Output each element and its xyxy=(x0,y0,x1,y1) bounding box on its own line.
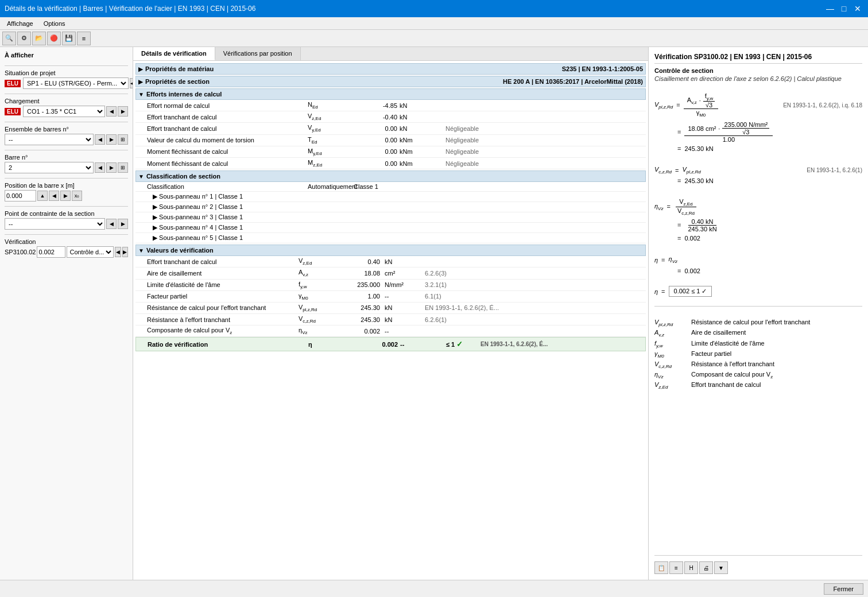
ensemble-extra[interactable]: ⊞ xyxy=(118,134,128,145)
tab-bar: Détails de vérification Vérifications pa… xyxy=(133,47,648,61)
efforts-header[interactable]: ▼ Efforts internes de calcul xyxy=(135,88,646,100)
efforts-body: Effort normal de calcul NEd -4.85 kN Eff… xyxy=(135,100,646,169)
ensemble-section: Ensemble de barres n° -- ◀ ▶ ⊞ xyxy=(5,122,128,145)
valeurs-title: Valeurs de vérification xyxy=(146,247,214,254)
row-name: Classification xyxy=(147,183,308,190)
row-sym: Vz,Ed xyxy=(296,256,342,268)
valeurs-header[interactable]: ▼ Valeurs de vérification xyxy=(135,245,646,256)
rp-btn-dropdown[interactable]: ▼ xyxy=(714,561,728,574)
chargement-badge: ELU xyxy=(5,108,21,115)
f4-result-val: 0.002 xyxy=(684,268,700,274)
minimize-button[interactable]: — xyxy=(824,3,836,14)
tool-btn-1[interactable]: 🔍 xyxy=(2,32,16,45)
table-row: Facteur partiel γM0 1.00 -- 6.1(1) xyxy=(135,290,646,302)
f4-result: = 0.002 xyxy=(654,268,862,274)
point-prev[interactable]: ◀ xyxy=(106,219,117,229)
rp-btn-4[interactable]: 🖨 xyxy=(699,561,713,574)
legend-desc: Composant de calcul pour Vz xyxy=(691,371,862,379)
situation-dropdown[interactable]: SP1 - ELU (STR/GEO) - Perm... xyxy=(23,77,129,89)
sp-prev[interactable]: ◀ xyxy=(115,247,121,257)
right-subtitle: Cisaillement en direction de l'axe z sel… xyxy=(654,75,862,82)
efforts-expand: ▼ xyxy=(138,91,144,98)
chargement-dropdown[interactable]: CO1 - 1.35 * CC1 xyxy=(23,106,105,117)
f4-row: η = ηVz xyxy=(654,255,862,264)
f3-vals-frac: 0.40 kN 245.30 kN xyxy=(684,218,720,232)
f2-result-val: 245.30 kN xyxy=(684,177,713,184)
table-row: Effort normal de calcul NEd -4.85 kN xyxy=(135,100,646,111)
rp-btn-1[interactable]: 📋 xyxy=(654,561,668,574)
point-dropdown[interactable]: -- xyxy=(5,218,105,230)
tool-btn-3[interactable]: 📂 xyxy=(32,32,46,45)
row-sym: fy,w xyxy=(296,279,342,290)
classification-body: Classification Automatiquement Classe 1 … xyxy=(135,182,646,243)
chargement-prev[interactable]: ◀ xyxy=(106,106,117,117)
eta-sym: η xyxy=(654,288,658,295)
valeurs-expand: ▼ xyxy=(138,247,144,254)
ensemble-dropdown[interactable]: -- xyxy=(5,134,94,145)
barre-next[interactable]: ▶ xyxy=(106,162,117,173)
right-panel: Vérification SP3100.02 | EN 1993 | CEN |… xyxy=(649,47,868,580)
barre-dropdown[interactable]: 2 xyxy=(5,162,94,173)
f1-left: Vpl,z,Rd xyxy=(654,101,673,110)
f2-left: Vc,z,Rd xyxy=(654,166,672,175)
left-panel: À afficher Situation de projet ELU SP1 -… xyxy=(0,47,133,580)
efforts-title: Efforts internes de calcul xyxy=(146,91,222,98)
row-sym: TEd xyxy=(308,136,354,145)
table-row: Effort tranchant de calcul Vz,Ed -0.40 k… xyxy=(135,111,646,123)
legend-row: Vc,z,Rd Résistance à l'effort tranchant xyxy=(654,360,862,369)
tab-verifications[interactable]: Vérifications par position xyxy=(215,47,301,60)
f2-eq: = xyxy=(675,167,679,174)
ratio-sym: η xyxy=(308,341,354,348)
f3-eq: = xyxy=(666,203,670,210)
chargement-next[interactable]: ▶ xyxy=(118,106,128,117)
maximize-button[interactable]: □ xyxy=(838,3,850,14)
position-up[interactable]: ▲ xyxy=(37,191,48,201)
tab-details[interactable]: Détails de vérification xyxy=(133,47,215,60)
classification-header[interactable]: ▼ Classification de section xyxy=(135,170,646,182)
efforts-section: ▼ Efforts internes de calcul Effort norm… xyxy=(135,88,646,169)
table-row: Résistance à l'effort tranchant Vc,z,Rd … xyxy=(135,314,646,325)
sp-next[interactable]: ▶ xyxy=(122,247,128,257)
sp-sub-val[interactable] xyxy=(37,246,65,258)
f1-fraction: Av,z · fy,w √3 γM0 xyxy=(684,92,719,118)
position-section: Position de la barre x [m] ▲ ◀ ▶ x₀ xyxy=(5,178,128,201)
eta-box: 0.002 ≤ 1 ✓ xyxy=(669,286,712,297)
legend-row: Av,z Aire de cisaillement xyxy=(654,329,862,338)
sp-select[interactable]: Contrôle d... xyxy=(67,246,114,258)
rp-btn-2[interactable]: ≡ xyxy=(669,561,683,574)
f1-numerator: Av,z · fy,w √3 xyxy=(684,92,719,109)
legend-sym: ηVz xyxy=(654,371,689,379)
f4-eq2: = xyxy=(677,268,681,274)
ensemble-next[interactable]: ▶ xyxy=(106,134,117,145)
row-unit: kN xyxy=(382,302,423,313)
row-ref: 6.2.6(3) xyxy=(423,268,646,279)
point-next[interactable]: ▶ xyxy=(118,219,128,229)
row-unit: cm² xyxy=(382,268,423,279)
position-next[interactable]: ▶ xyxy=(60,191,71,201)
section-header[interactable]: ▶ Propriétés de section HE 200 A | EN 10… xyxy=(135,76,646,87)
position-input[interactable] xyxy=(5,190,36,201)
barre-prev[interactable]: ◀ xyxy=(95,162,105,173)
tool-btn-2[interactable]: ⚙ xyxy=(17,32,31,45)
menu-affichage[interactable]: Affichage xyxy=(2,19,38,28)
rp-btn-3[interactable]: H xyxy=(684,561,698,574)
barre-extra[interactable]: ⊞ xyxy=(118,162,128,173)
position-extra[interactable]: x₀ xyxy=(72,191,82,201)
fermer-button[interactable]: Fermer xyxy=(824,583,863,595)
tool-btn-4[interactable]: 🔴 xyxy=(47,32,61,45)
menu-options[interactable]: Options xyxy=(39,19,70,28)
row-name: Moment fléchissant de calcul xyxy=(147,148,308,155)
eta-eq: = xyxy=(661,288,665,295)
table-row: ▶ Sous-panneau n° 5 | Classe 1 xyxy=(135,233,646,243)
f3-result: = 0.002 xyxy=(654,235,862,242)
main-layout: À afficher Situation de projet ELU SP1 -… xyxy=(0,47,868,580)
position-prev[interactable]: ◀ xyxy=(49,191,59,201)
legend-sym: Vpl,z,Rd xyxy=(654,319,689,327)
materiaux-header[interactable]: ▶ Propriétés de matériau S235 | EN 1993-… xyxy=(135,63,646,75)
close-button[interactable]: ✕ xyxy=(852,3,863,14)
legend-row: fy,w Limite d'élasticité de l'âme xyxy=(654,340,862,348)
legend-row: ηVz Composant de calcul pour Vz xyxy=(654,371,862,379)
tool-btn-6[interactable]: ≡ xyxy=(77,32,91,45)
tool-btn-5[interactable]: 💾 xyxy=(62,32,76,45)
ensemble-prev[interactable]: ◀ xyxy=(95,134,105,145)
